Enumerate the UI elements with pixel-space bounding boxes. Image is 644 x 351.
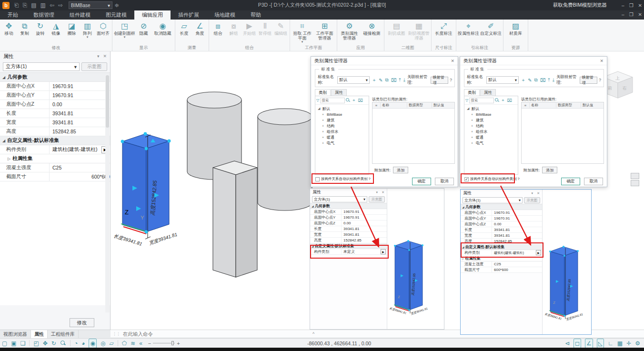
- zoom-in-icon[interactable]: +: [177, 341, 180, 346]
- tab-help[interactable]: 帮助: [243, 10, 269, 20]
- face-align-button[interactable]: ⬡面对齐: [95, 21, 111, 36]
- close-button[interactable]: ✕: [638, 3, 642, 8]
- dialog-close-icon[interactable]: ✕: [451, 59, 454, 63]
- zoom-slider-handle[interactable]: [171, 341, 174, 345]
- prop-row[interactable]: 高度152842.85: [0, 127, 110, 136]
- panel-close-icon[interactable]: ✕: [382, 191, 384, 194]
- copy-set-icon[interactable]: ⧉: [385, 77, 389, 83]
- cancel-button[interactable]: 取消: [435, 178, 454, 185]
- add-property-button[interactable]: 添加: [393, 167, 408, 173]
- tree-item-hvac[interactable]: +暖通: [315, 134, 369, 140]
- prop-row[interactable]: 高度152842.85: [310, 238, 387, 243]
- help-icon[interactable]: ?: [450, 78, 452, 82]
- component-category-row[interactable]: 构件类别建筑柱(建筑-建筑柱)▶: [0, 145, 110, 154]
- floating-mini-button-2[interactable]: [631, 180, 639, 186]
- start-group-button[interactable]: ▶开始组: [242, 21, 257, 36]
- search-icon[interactable]: [346, 98, 350, 102]
- schematic-button[interactable]: 示意图: [369, 196, 385, 202]
- settings-gear-icon[interactable]: ⚙: [635, 339, 640, 348]
- prop-row[interactable]: 截面尺寸600*600: [461, 267, 542, 273]
- tab-plugin-extension[interactable]: 插件扩展: [171, 10, 207, 20]
- object-snap-icon[interactable]: ◺: [597, 339, 604, 348]
- pan-icon[interactable]: ✥: [43, 339, 48, 348]
- selection-filter-icon[interactable]: ⊲: [565, 339, 570, 348]
- new-file-icon[interactable]: ⎗: [14, 2, 19, 9]
- copy-set-icon[interactable]: ⧉: [534, 77, 538, 83]
- help-icon[interactable]: ?: [599, 78, 601, 82]
- command-bar-collapse-icon[interactable]: ^: [312, 331, 314, 336]
- zoom-extents-icon[interactable]: ◰: [33, 339, 39, 348]
- new-viewport-icon[interactable]: ▢: [2, 339, 7, 348]
- mini-3d-view-2[interactable]: 高度152842.85 长度39341.81 宽度39341.81 Z: [543, 190, 591, 334]
- prop-row[interactable]: 底面中心点Y19670.91: [310, 215, 387, 221]
- category-property-manager-button[interactable]: ⚙类别属性 管理器: [338, 21, 361, 41]
- crosshair-icon[interactable]: ✛: [626, 339, 631, 348]
- tab-view-browser[interactable]: 视图浏览器: [0, 330, 31, 338]
- doc-close-button[interactable]: ✕: [638, 12, 642, 17]
- gray-box[interactable]: [213, 161, 257, 277]
- viewport-layout-icon[interactable]: ▣: [11, 339, 16, 348]
- prop-row[interactable]: 底面中心点Z0.00: [461, 221, 542, 227]
- save-file-icon[interactable]: ▤: [31, 2, 36, 9]
- array-button[interactable]: ▥阵列▾: [80, 21, 95, 39]
- doc-minimize-button[interactable]: –: [622, 12, 624, 17]
- panel-collapse-icon[interactable]: ▾: [376, 191, 378, 194]
- length-dimension-button[interactable]: ⤢长度标注: [433, 21, 455, 36]
- tab-property[interactable]: 属性: [331, 89, 347, 96]
- element-selector[interactable]: 立方体(1)▾: [463, 197, 523, 203]
- tree-item-plumbing[interactable]: +给排水: [315, 129, 369, 134]
- panel-scrollbar[interactable]: [105, 74, 110, 312]
- property-annotation-button[interactable]: ⌖按属性标注: [457, 21, 480, 36]
- tree-item-bimbase[interactable]: +BIMBase: [464, 111, 518, 117]
- column-default[interactable]: 默认值: [581, 103, 604, 108]
- prop-row[interactable]: 宽度39341.81: [461, 233, 542, 239]
- export-set-icon[interactable]: ⤒: [548, 77, 550, 83]
- collision-check-button[interactable]: ⊗碰撞检测: [361, 21, 383, 36]
- tab-element-modeling[interactable]: 图元建模: [98, 10, 134, 20]
- tab-project-component-library[interactable]: 工程组件库: [48, 330, 79, 338]
- prop-row[interactable]: 宽度39341.81: [0, 118, 110, 127]
- tree-item-architecture[interactable]: +建筑: [464, 117, 518, 123]
- ungroup-button[interactable]: ⧇解组: [226, 21, 242, 36]
- component-category-row[interactable]: 构件类别建筑柱(建筑-建筑柱)▶: [461, 250, 542, 256]
- ortho-mode-icon[interactable]: ∟: [608, 339, 614, 348]
- prop-row[interactable]: 宽度39341.81: [310, 232, 387, 238]
- pick-workplane-button[interactable]: ⌗拾取 工作平面▾: [291, 21, 313, 44]
- promo-link[interactable]: 获取免费BIM模型浏览器: [553, 2, 607, 9]
- prop-row[interactable]: 底面中心点Y19670.91: [0, 91, 110, 100]
- rotate-button[interactable]: ↻旋转: [32, 21, 48, 36]
- category-picker-button[interactable]: ▶: [381, 249, 386, 254]
- polar-snap-icon[interactable]: ∠: [585, 339, 593, 348]
- selection-box-icon[interactable]: ◻: [574, 339, 581, 348]
- mini-3d-view-1[interactable]: 高度152842.85 长度39341.81 宽度39341.81 Z: [387, 189, 444, 329]
- edit-set-icon[interactable]: ✎: [379, 78, 382, 83]
- ok-button[interactable]: 确定: [561, 178, 580, 185]
- prop-row[interactable]: 底面中心点Y19670.91: [461, 216, 542, 221]
- prop-row[interactable]: 底面中心点X19670.91: [461, 210, 542, 216]
- section-view-manager-button[interactable]: ▦剖切视图管理器: [408, 21, 430, 41]
- tree-item-electrical[interactable]: +电气: [315, 140, 369, 146]
- edit-set-icon[interactable]: ✎: [528, 78, 532, 83]
- menu-icon[interactable]: ≡: [372, 103, 380, 108]
- copy-button[interactable]: ⧉复制: [17, 21, 32, 36]
- column-name[interactable]: 名称: [529, 103, 556, 108]
- element-selector[interactable]: 立方体(1)▾: [3, 62, 80, 71]
- section-custom-properties[interactable]: ◢自定义属性-默认标准集: [0, 136, 110, 145]
- customize-toolbar-icon[interactable]: ≑: [114, 2, 119, 9]
- column-type[interactable]: 数据类型: [407, 103, 432, 108]
- clip-icon[interactable]: ⬠: [122, 339, 127, 348]
- collapse-toolbar-icon[interactable]: «: [139, 339, 142, 348]
- minimize-button[interactable]: –: [622, 3, 624, 8]
- category-picker-button[interactable]: ▶: [536, 250, 541, 255]
- move-button[interactable]: ✥移动: [1, 21, 17, 36]
- prop-row[interactable]: 底面中心点X19670.91: [0, 82, 110, 91]
- panel-collapse-icon[interactable]: ▾: [97, 54, 100, 59]
- panel-close-icon[interactable]: ✕: [537, 191, 540, 195]
- view-front-icon[interactable]: ◔: [74, 339, 78, 348]
- add-set-icon[interactable]: ＋: [372, 77, 376, 83]
- tab-start[interactable]: 开始: [0, 10, 26, 20]
- view-iso-icon[interactable]: ◕: [81, 339, 85, 348]
- redo-icon[interactable]: ⇨: [58, 2, 63, 9]
- mapping-manager-button[interactable]: 映射管理: [580, 77, 597, 84]
- prop-row[interactable]: 底面中心点X19670.91: [310, 209, 387, 215]
